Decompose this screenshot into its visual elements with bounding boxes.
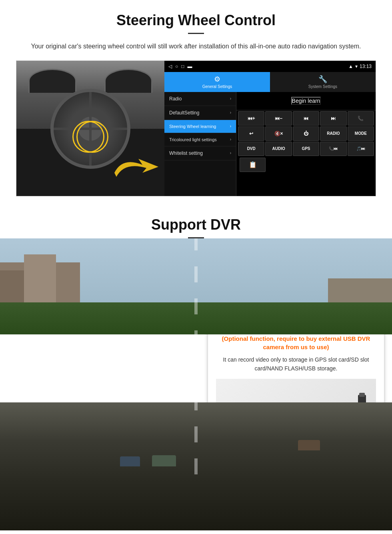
btn-screen[interactable]: 📋 [240, 158, 266, 172]
dvr-desc-text: It can record video only to storage in G… [216, 355, 376, 373]
nav-menu-icon: ▬ [188, 64, 192, 69]
begin-learn-row: Begin learn [236, 92, 376, 110]
btn-vol-down[interactable]: ⏮− [265, 111, 292, 126]
dvr-composite: (Optional function, require to buy exter… [0, 238, 392, 530]
android-ui-panel: ◁ ○ □ ▬ ▲ ▾ 13:13 ⚙ General Settings 🔧 S… [164, 61, 376, 196]
android-body: Radio › DefaultSetting › Steering Wheel … [164, 92, 376, 196]
system-icon: 🔧 [318, 75, 327, 84]
nav-home-icon: ○ [175, 64, 178, 69]
system-settings-label: System Settings [308, 84, 337, 89]
default-chevron-icon: › [230, 110, 231, 115]
btn-prev[interactable]: ⏮ [293, 111, 319, 126]
menu-item-tricoloured[interactable]: Tricoloured light settings › [164, 133, 236, 146]
dvr-section: Support DVR [0, 204, 392, 530]
btn-gps[interactable]: GPS [293, 142, 319, 156]
topbar-general-settings[interactable]: ⚙ General Settings [164, 72, 270, 92]
btn-audio[interactable]: AUDIO [265, 142, 292, 156]
menu-item-whitelist[interactable]: Whitelist setting › [164, 146, 236, 160]
steering-wheel-bg [16, 61, 164, 196]
btn-power[interactable]: ⏻ [293, 126, 319, 141]
ctrl-row-4: 📋 [238, 157, 374, 173]
menu-item-radio[interactable]: Radio › [164, 92, 236, 106]
steering-subtitle: Your original car's steering wheel contr… [24, 41, 368, 52]
btn-music-next[interactable]: 🎵⏭ [348, 142, 374, 156]
menu-steering-label: Steering Wheel learning [169, 124, 216, 129]
btn-radio[interactable]: RADIO [320, 126, 346, 141]
menu-tricoloured-label: Tricoloured light settings [169, 137, 217, 142]
menu-item-steering[interactable]: Steering Wheel learning › [164, 120, 236, 133]
nav-recent-icon: □ [181, 64, 184, 69]
signal-icon: ▲ [348, 64, 353, 69]
menu-whitelist-label: Whitelist setting [169, 150, 203, 156]
menu-item-default[interactable]: DefaultSetting › [164, 106, 236, 120]
content-panel: Begin learn ⏮+ ⏮− ⏮ ⏭ 📞 [236, 92, 376, 196]
steering-section: Steering Wheel Control Your original car… [0, 0, 392, 204]
steering-title: Steering Wheel Control [16, 12, 376, 29]
wifi-icon: ▾ [355, 64, 358, 69]
begin-learn-button[interactable]: Begin learn [291, 97, 321, 105]
radio-chevron-icon: › [230, 96, 231, 101]
menu-panel: Radio › DefaultSetting › Steering Wheel … [164, 92, 236, 196]
btn-call[interactable]: 📞 [348, 111, 374, 126]
car-photo [16, 61, 164, 196]
btn-call-prev[interactable]: 📞⏮ [320, 142, 346, 156]
steering-divider [188, 33, 204, 34]
btn-dvd[interactable]: DVD [238, 142, 264, 156]
ctrl-row-2: ↩ 🔇× ⏻ RADIO MODE [238, 126, 374, 141]
btn-mute[interactable]: 🔇× [265, 126, 292, 141]
android-topbar[interactable]: ⚙ General Settings 🔧 System Settings [164, 72, 376, 92]
status-time: 13:13 [360, 64, 372, 69]
android-statusbar: ◁ ○ □ ▬ ▲ ▾ 13:13 [164, 61, 376, 72]
tricoloured-chevron-icon: › [230, 137, 231, 142]
gear-icon: ⚙ [214, 75, 220, 84]
whitelist-chevron-icon: › [230, 151, 231, 155]
svg-rect-10 [359, 393, 365, 397]
highlight-right-circle [76, 121, 108, 153]
control-buttons-grid: ⏮+ ⏮− ⏮ ⏭ 📞 ↩ 🔇× ⏻ RADIO MODE [236, 110, 376, 174]
ctrl-row-1: ⏮+ ⏮− ⏮ ⏭ 📞 [238, 111, 374, 126]
menu-radio-label: Radio [169, 96, 182, 102]
btn-vol-up[interactable]: ⏮+ [238, 111, 264, 126]
dvr-optional-text: (Optional function, require to buy exter… [216, 334, 376, 351]
general-settings-label: General Settings [202, 84, 232, 89]
steering-composite: ◁ ○ □ ▬ ▲ ▾ 13:13 ⚙ General Settings 🔧 S… [16, 60, 376, 196]
topbar-system-settings[interactable]: 🔧 System Settings [270, 72, 376, 92]
ctrl-row-3: DVD AUDIO GPS 📞⏮ 🎵⏭ [238, 142, 374, 156]
btn-back[interactable]: ↩ [238, 126, 264, 141]
nav-back-icon: ◁ [168, 64, 172, 69]
btn-mode[interactable]: MODE [348, 126, 374, 141]
dvr-title: Support DVR [0, 216, 392, 233]
steering-chevron-icon: › [230, 124, 231, 128]
btn-next[interactable]: ⏭ [320, 111, 346, 126]
menu-default-label: DefaultSetting [169, 110, 199, 116]
